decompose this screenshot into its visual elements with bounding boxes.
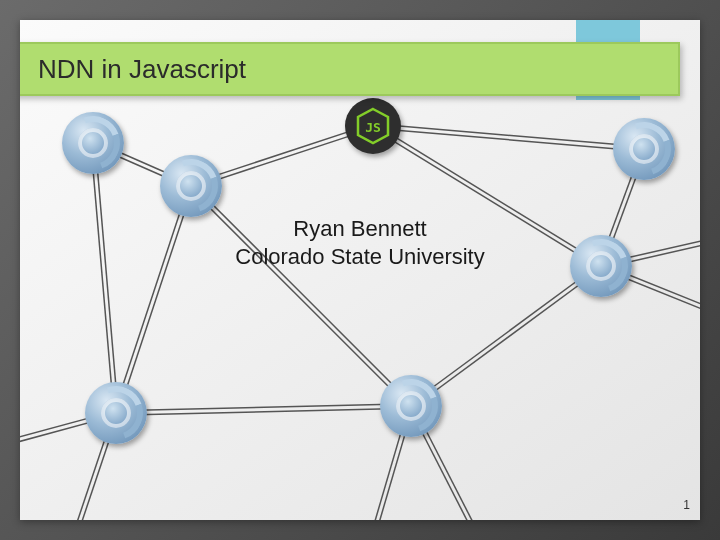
svg-text:JS: JS xyxy=(365,120,381,135)
chromium-icon xyxy=(613,118,675,180)
nodejs-icon: JS xyxy=(345,98,401,154)
chromium-icon xyxy=(62,112,124,174)
slide: JS NDN in Javascript Ryan Bennett Colora… xyxy=(20,20,700,520)
chromium-icon xyxy=(85,382,147,444)
author-block: Ryan Bennett Colorado State University xyxy=(20,215,700,270)
slide-title: NDN in Javascript xyxy=(38,54,246,85)
page-number: 1 xyxy=(683,498,690,512)
slide-frame: JS NDN in Javascript Ryan Bennett Colora… xyxy=(0,0,720,540)
chromium-icon xyxy=(380,375,442,437)
chromium-icon xyxy=(160,155,222,217)
title-bar: NDN in Javascript xyxy=(20,42,680,96)
author-name: Ryan Bennett xyxy=(20,215,700,243)
author-affiliation: Colorado State University xyxy=(20,243,700,271)
